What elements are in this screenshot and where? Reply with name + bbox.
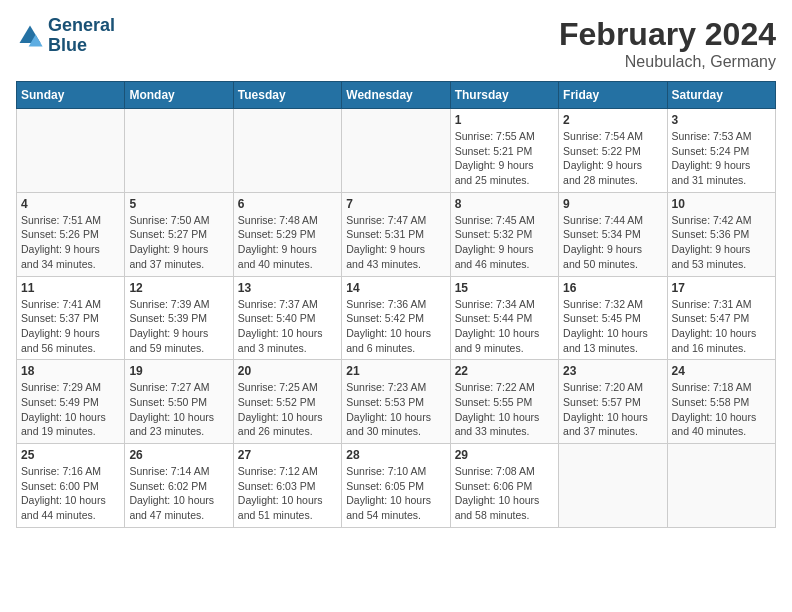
day-number: 11 — [21, 281, 120, 295]
calendar-header-row: SundayMondayTuesdayWednesdayThursdayFrid… — [17, 82, 776, 109]
day-info: Sunrise: 7:20 AM Sunset: 5:57 PM Dayligh… — [563, 380, 662, 439]
day-info: Sunrise: 7:34 AM Sunset: 5:44 PM Dayligh… — [455, 297, 554, 356]
day-info: Sunrise: 7:44 AM Sunset: 5:34 PM Dayligh… — [563, 213, 662, 272]
page-header: General Blue February 2024 Neubulach, Ge… — [16, 16, 776, 71]
day-number: 25 — [21, 448, 120, 462]
day-info: Sunrise: 7:32 AM Sunset: 5:45 PM Dayligh… — [563, 297, 662, 356]
calendar-cell: 21Sunrise: 7:23 AM Sunset: 5:53 PM Dayli… — [342, 360, 450, 444]
day-number: 29 — [455, 448, 554, 462]
day-info: Sunrise: 7:12 AM Sunset: 6:03 PM Dayligh… — [238, 464, 337, 523]
day-info: Sunrise: 7:45 AM Sunset: 5:32 PM Dayligh… — [455, 213, 554, 272]
logo-line2: Blue — [48, 36, 115, 56]
day-info: Sunrise: 7:51 AM Sunset: 5:26 PM Dayligh… — [21, 213, 120, 272]
location-subtitle: Neubulach, Germany — [559, 53, 776, 71]
calendar-cell: 1Sunrise: 7:55 AM Sunset: 5:21 PM Daylig… — [450, 109, 558, 193]
calendar-cell: 19Sunrise: 7:27 AM Sunset: 5:50 PM Dayli… — [125, 360, 233, 444]
calendar-week-row: 1Sunrise: 7:55 AM Sunset: 5:21 PM Daylig… — [17, 109, 776, 193]
day-number: 2 — [563, 113, 662, 127]
day-info: Sunrise: 7:36 AM Sunset: 5:42 PM Dayligh… — [346, 297, 445, 356]
day-info: Sunrise: 7:16 AM Sunset: 6:00 PM Dayligh… — [21, 464, 120, 523]
calendar-cell — [233, 109, 341, 193]
calendar-cell: 13Sunrise: 7:37 AM Sunset: 5:40 PM Dayli… — [233, 276, 341, 360]
calendar-day-header: Tuesday — [233, 82, 341, 109]
calendar-table: SundayMondayTuesdayWednesdayThursdayFrid… — [16, 81, 776, 528]
calendar-cell — [17, 109, 125, 193]
calendar-cell: 15Sunrise: 7:34 AM Sunset: 5:44 PM Dayli… — [450, 276, 558, 360]
day-info: Sunrise: 7:39 AM Sunset: 5:39 PM Dayligh… — [129, 297, 228, 356]
calendar-day-header: Saturday — [667, 82, 775, 109]
day-number: 8 — [455, 197, 554, 211]
calendar-cell: 29Sunrise: 7:08 AM Sunset: 6:06 PM Dayli… — [450, 444, 558, 528]
calendar-day-header: Wednesday — [342, 82, 450, 109]
calendar-day-header: Friday — [559, 82, 667, 109]
calendar-cell: 4Sunrise: 7:51 AM Sunset: 5:26 PM Daylig… — [17, 192, 125, 276]
day-info: Sunrise: 7:54 AM Sunset: 5:22 PM Dayligh… — [563, 129, 662, 188]
calendar-cell: 7Sunrise: 7:47 AM Sunset: 5:31 PM Daylig… — [342, 192, 450, 276]
day-info: Sunrise: 7:48 AM Sunset: 5:29 PM Dayligh… — [238, 213, 337, 272]
day-number: 12 — [129, 281, 228, 295]
calendar-cell — [342, 109, 450, 193]
day-info: Sunrise: 7:31 AM Sunset: 5:47 PM Dayligh… — [672, 297, 771, 356]
calendar-cell: 9Sunrise: 7:44 AM Sunset: 5:34 PM Daylig… — [559, 192, 667, 276]
logo-text: General Blue — [48, 16, 115, 56]
calendar-cell: 5Sunrise: 7:50 AM Sunset: 5:27 PM Daylig… — [125, 192, 233, 276]
calendar-cell: 3Sunrise: 7:53 AM Sunset: 5:24 PM Daylig… — [667, 109, 775, 193]
calendar-week-row: 25Sunrise: 7:16 AM Sunset: 6:00 PM Dayli… — [17, 444, 776, 528]
day-number: 16 — [563, 281, 662, 295]
calendar-cell: 14Sunrise: 7:36 AM Sunset: 5:42 PM Dayli… — [342, 276, 450, 360]
calendar-week-row: 11Sunrise: 7:41 AM Sunset: 5:37 PM Dayli… — [17, 276, 776, 360]
day-info: Sunrise: 7:50 AM Sunset: 5:27 PM Dayligh… — [129, 213, 228, 272]
day-number: 22 — [455, 364, 554, 378]
day-info: Sunrise: 7:27 AM Sunset: 5:50 PM Dayligh… — [129, 380, 228, 439]
calendar-cell — [559, 444, 667, 528]
day-number: 15 — [455, 281, 554, 295]
day-info: Sunrise: 7:47 AM Sunset: 5:31 PM Dayligh… — [346, 213, 445, 272]
day-number: 10 — [672, 197, 771, 211]
day-number: 24 — [672, 364, 771, 378]
logo-icon — [16, 22, 44, 50]
day-info: Sunrise: 7:23 AM Sunset: 5:53 PM Dayligh… — [346, 380, 445, 439]
month-title: February 2024 — [559, 16, 776, 53]
day-info: Sunrise: 7:14 AM Sunset: 6:02 PM Dayligh… — [129, 464, 228, 523]
calendar-cell: 27Sunrise: 7:12 AM Sunset: 6:03 PM Dayli… — [233, 444, 341, 528]
logo-line1: General — [48, 16, 115, 36]
calendar-cell — [667, 444, 775, 528]
calendar-week-row: 18Sunrise: 7:29 AM Sunset: 5:49 PM Dayli… — [17, 360, 776, 444]
day-number: 7 — [346, 197, 445, 211]
calendar-cell: 6Sunrise: 7:48 AM Sunset: 5:29 PM Daylig… — [233, 192, 341, 276]
calendar-cell: 22Sunrise: 7:22 AM Sunset: 5:55 PM Dayli… — [450, 360, 558, 444]
calendar-cell: 28Sunrise: 7:10 AM Sunset: 6:05 PM Dayli… — [342, 444, 450, 528]
day-number: 26 — [129, 448, 228, 462]
day-number: 14 — [346, 281, 445, 295]
day-info: Sunrise: 7:41 AM Sunset: 5:37 PM Dayligh… — [21, 297, 120, 356]
calendar-cell: 17Sunrise: 7:31 AM Sunset: 5:47 PM Dayli… — [667, 276, 775, 360]
day-info: Sunrise: 7:37 AM Sunset: 5:40 PM Dayligh… — [238, 297, 337, 356]
day-info: Sunrise: 7:29 AM Sunset: 5:49 PM Dayligh… — [21, 380, 120, 439]
calendar-cell: 12Sunrise: 7:39 AM Sunset: 5:39 PM Dayli… — [125, 276, 233, 360]
day-number: 21 — [346, 364, 445, 378]
day-number: 5 — [129, 197, 228, 211]
day-number: 27 — [238, 448, 337, 462]
day-info: Sunrise: 7:10 AM Sunset: 6:05 PM Dayligh… — [346, 464, 445, 523]
day-number: 13 — [238, 281, 337, 295]
day-number: 6 — [238, 197, 337, 211]
day-info: Sunrise: 7:42 AM Sunset: 5:36 PM Dayligh… — [672, 213, 771, 272]
calendar-week-row: 4Sunrise: 7:51 AM Sunset: 5:26 PM Daylig… — [17, 192, 776, 276]
day-info: Sunrise: 7:08 AM Sunset: 6:06 PM Dayligh… — [455, 464, 554, 523]
calendar-cell — [125, 109, 233, 193]
calendar-cell: 25Sunrise: 7:16 AM Sunset: 6:00 PM Dayli… — [17, 444, 125, 528]
title-area: February 2024 Neubulach, Germany — [559, 16, 776, 71]
day-info: Sunrise: 7:18 AM Sunset: 5:58 PM Dayligh… — [672, 380, 771, 439]
calendar-day-header: Monday — [125, 82, 233, 109]
calendar-day-header: Thursday — [450, 82, 558, 109]
calendar-cell: 18Sunrise: 7:29 AM Sunset: 5:49 PM Dayli… — [17, 360, 125, 444]
calendar-cell: 2Sunrise: 7:54 AM Sunset: 5:22 PM Daylig… — [559, 109, 667, 193]
calendar-cell: 20Sunrise: 7:25 AM Sunset: 5:52 PM Dayli… — [233, 360, 341, 444]
day-number: 20 — [238, 364, 337, 378]
calendar-cell: 23Sunrise: 7:20 AM Sunset: 5:57 PM Dayli… — [559, 360, 667, 444]
day-number: 18 — [21, 364, 120, 378]
calendar-cell: 11Sunrise: 7:41 AM Sunset: 5:37 PM Dayli… — [17, 276, 125, 360]
day-number: 9 — [563, 197, 662, 211]
day-number: 23 — [563, 364, 662, 378]
calendar-cell: 10Sunrise: 7:42 AM Sunset: 5:36 PM Dayli… — [667, 192, 775, 276]
